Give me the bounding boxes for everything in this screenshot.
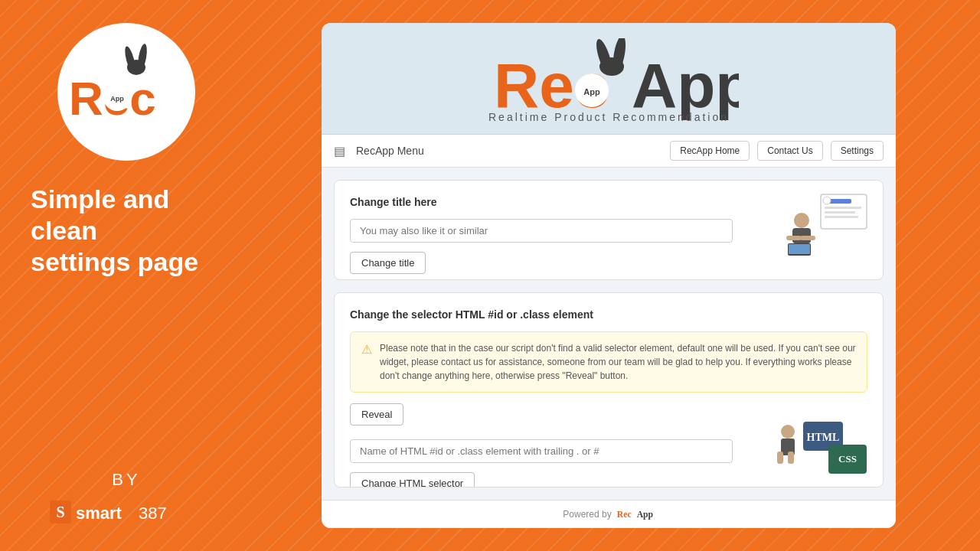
app-logo: Rec App App Realtime Product Recommendat… [479, 38, 739, 122]
change-html-selector-button[interactable]: Change HTML selector [350, 472, 475, 487]
settings-button[interactable]: Settings [831, 141, 884, 161]
svg-text:Rec: Rec [617, 510, 632, 520]
section2-title: Change the selector HTML #id or .class e… [350, 308, 867, 321]
svg-text:HTML: HTML [807, 432, 840, 443]
app-footer: Powered by Rec App [322, 500, 896, 528]
svg-text:smart: smart [76, 504, 122, 523]
main-content: Rec App App Realtime Product Recommendat… [253, 0, 980, 551]
recapp-home-button[interactable]: RecApp Home [670, 141, 750, 161]
menu-icon: ▤ [334, 144, 345, 158]
svg-point-30 [781, 425, 795, 439]
svg-rect-26 [786, 236, 802, 240]
warning-text: Please note that in the case our script … [380, 341, 856, 383]
sidebar-logo-container: Rec App [57, 23, 195, 161]
svg-point-23 [823, 197, 831, 204]
svg-rect-27 [800, 236, 815, 240]
svg-text:CSS: CSS [838, 453, 857, 465]
sidebar-tagline: Simple and clean settings page [15, 184, 237, 277]
sidebar-logo: Rec App [65, 42, 188, 142]
svg-rect-21 [825, 211, 855, 214]
by-label: BY [112, 470, 140, 490]
warning-icon: ⚠ [361, 342, 372, 383]
svg-rect-29 [789, 244, 810, 254]
svg-text:387: 387 [139, 504, 167, 523]
svg-text:S: S [56, 504, 64, 520]
sections-area: Change title here Change title [322, 168, 896, 500]
section-title-card: Change title here Change title [334, 180, 884, 280]
section2-illustration: HTML CSS [771, 418, 871, 479]
smart387-logo: S smart 387 [50, 497, 203, 528]
warning-box: ⚠ Please note that in the case our scrip… [350, 331, 867, 393]
svg-rect-33 [788, 452, 794, 464]
nav-title: RecApp Menu [356, 145, 662, 157]
svg-text:App: App [110, 95, 124, 103]
svg-rect-32 [777, 452, 783, 464]
selector-input[interactable] [350, 439, 733, 463]
section-selector-card: Change the selector HTML #id or .class e… [334, 292, 884, 487]
nav-bar: ▤ RecApp Menu RecApp Home Contact Us Set… [322, 135, 896, 168]
section1-illustration [779, 188, 871, 257]
svg-text:App: App [583, 87, 600, 96]
app-header: Rec App App Realtime Product Recommendat… [322, 23, 896, 135]
sidebar: Rec App Simple and clean settings page B… [0, 0, 253, 551]
svg-text:Realtime Product Recommendatio: Realtime Product Recommendation [488, 111, 729, 122]
svg-rect-22 [825, 216, 858, 218]
svg-text:App: App [632, 51, 739, 120]
footer-logo: Rec App [616, 508, 655, 520]
svg-point-24 [794, 213, 809, 228]
svg-text:App: App [636, 510, 653, 520]
app-panel: Rec App App Realtime Product Recommendat… [322, 23, 896, 528]
change-title-button[interactable]: Change title [350, 252, 426, 274]
title-input[interactable] [350, 219, 733, 243]
contact-us-button[interactable]: Contact Us [757, 141, 822, 161]
reveal-button[interactable]: Reveal [350, 403, 403, 425]
svg-rect-20 [825, 207, 861, 209]
powered-by-text: Powered by [563, 509, 611, 520]
